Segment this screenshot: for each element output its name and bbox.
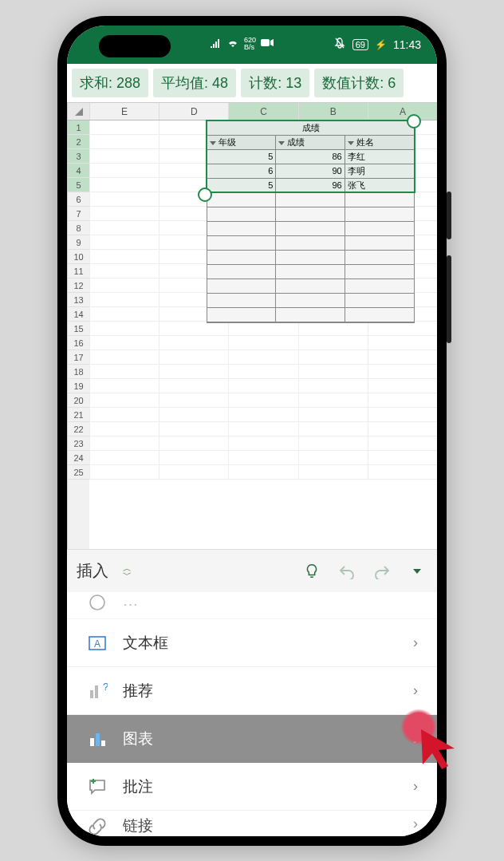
- row-header[interactable]: 1234567891011121314151617181920212223242…: [67, 103, 89, 549]
- selection-handle[interactable]: [407, 114, 421, 128]
- mode-stepper[interactable]: ︿ ﹀: [123, 565, 132, 578]
- panel-item-partial[interactable]: ⋯: [67, 592, 437, 619]
- row-header-cell[interactable]: 13: [68, 293, 89, 307]
- cell[interactable]: [228, 221, 297, 235]
- cell[interactable]: [368, 465, 437, 480]
- cell[interactable]: [368, 379, 437, 393]
- cell[interactable]: [89, 408, 159, 422]
- row-header-cell[interactable]: 16: [68, 336, 89, 350]
- cell[interactable]: [298, 207, 368, 221]
- cell[interactable]: [89, 264, 159, 278]
- row-header-cell[interactable]: 6: [68, 192, 89, 207]
- cell[interactable]: [228, 250, 297, 264]
- row-header-cell[interactable]: 2: [68, 135, 89, 149]
- column-header-cell[interactable]: E: [89, 103, 159, 120]
- cell[interactable]: [89, 221, 159, 235]
- cell[interactable]: [298, 365, 368, 379]
- row-header-cell[interactable]: 22: [68, 422, 89, 436]
- cell[interactable]: [159, 221, 228, 235]
- cell[interactable]: [368, 365, 437, 379]
- cell[interactable]: [228, 365, 297, 379]
- cell[interactable]: [89, 120, 159, 135]
- cell[interactable]: [228, 164, 297, 178]
- row-header-cell[interactable]: 24: [68, 451, 89, 465]
- cell[interactable]: [89, 350, 159, 365]
- row-header-cell[interactable]: 5: [68, 178, 89, 192]
- cell[interactable]: [228, 465, 297, 480]
- cell[interactable]: [89, 422, 159, 436]
- cell[interactable]: [298, 465, 368, 480]
- cell[interactable]: [228, 192, 297, 207]
- cell[interactable]: [159, 278, 228, 293]
- cell[interactable]: [298, 436, 368, 451]
- row-header-cell[interactable]: 15: [68, 322, 89, 336]
- cell[interactable]: [159, 379, 228, 393]
- panel-item-recommend[interactable]: ? 推荐 ›: [67, 667, 437, 715]
- dropdown-icon[interactable]: [407, 561, 427, 582]
- cell[interactable]: [368, 135, 437, 149]
- row-header-cell[interactable]: 23: [68, 436, 89, 451]
- cell[interactable]: [298, 120, 368, 135]
- cell[interactable]: [228, 307, 297, 322]
- cell[interactable]: [228, 149, 297, 164]
- cell[interactable]: [89, 278, 159, 293]
- cell[interactable]: [298, 235, 368, 250]
- row-header-cell[interactable]: 9: [68, 235, 89, 250]
- cell[interactable]: [89, 135, 159, 149]
- column-header-cell[interactable]: B: [298, 103, 368, 120]
- select-all-corner[interactable]: [68, 103, 89, 120]
- spreadsheet[interactable]: 1234567891011121314151617181920212223242…: [67, 102, 437, 549]
- cell[interactable]: [159, 350, 228, 365]
- cell[interactable]: [368, 408, 437, 422]
- cell[interactable]: [368, 207, 437, 221]
- cell[interactable]: [159, 465, 228, 480]
- cell[interactable]: [298, 307, 368, 322]
- row-header-cell[interactable]: 7: [68, 207, 89, 221]
- row-header-cell[interactable]: 19: [68, 379, 89, 393]
- cell[interactable]: [159, 264, 228, 278]
- panel-item-textbox[interactable]: A 文本框 ›: [67, 619, 437, 667]
- cell[interactable]: [228, 235, 297, 250]
- row-header-cell[interactable]: 4: [68, 164, 89, 178]
- undo-icon[interactable]: [337, 561, 357, 582]
- cell[interactable]: [159, 422, 228, 436]
- cell[interactable]: [298, 164, 368, 178]
- cell[interactable]: [368, 350, 437, 365]
- cell[interactable]: [89, 192, 159, 207]
- cell[interactable]: [298, 422, 368, 436]
- cell[interactable]: [228, 322, 297, 336]
- cell[interactable]: [298, 408, 368, 422]
- cell[interactable]: [368, 221, 437, 235]
- row-header-cell[interactable]: 3: [68, 149, 89, 164]
- row-header-cell[interactable]: 8: [68, 221, 89, 235]
- cell[interactable]: [89, 365, 159, 379]
- cell[interactable]: [159, 408, 228, 422]
- cell[interactable]: [159, 451, 228, 465]
- cell[interactable]: [159, 120, 228, 135]
- cell[interactable]: [89, 149, 159, 164]
- lightbulb-icon[interactable]: [301, 561, 322, 582]
- cell[interactable]: [89, 235, 159, 250]
- column-header-cell[interactable]: D: [159, 103, 228, 120]
- cell[interactable]: [228, 436, 297, 451]
- cell[interactable]: [368, 250, 437, 264]
- column-header[interactable]: EDCBA: [89, 103, 437, 120]
- cell[interactable]: [228, 350, 297, 365]
- selection-handle[interactable]: [198, 188, 212, 202]
- cell[interactable]: [228, 393, 297, 408]
- cell[interactable]: [298, 393, 368, 408]
- cell[interactable]: [228, 379, 297, 393]
- cell[interactable]: [298, 278, 368, 293]
- cell[interactable]: [228, 336, 297, 350]
- row-header-cell[interactable]: 12: [68, 278, 89, 293]
- cell[interactable]: [89, 207, 159, 221]
- cell[interactable]: [298, 451, 368, 465]
- cell[interactable]: [228, 135, 297, 149]
- cell[interactable]: [89, 250, 159, 264]
- cell[interactable]: [159, 250, 228, 264]
- cell[interactable]: [368, 322, 437, 336]
- column-header-cell[interactable]: C: [228, 103, 297, 120]
- cell[interactable]: [368, 307, 437, 322]
- cell[interactable]: [89, 451, 159, 465]
- cell[interactable]: [89, 379, 159, 393]
